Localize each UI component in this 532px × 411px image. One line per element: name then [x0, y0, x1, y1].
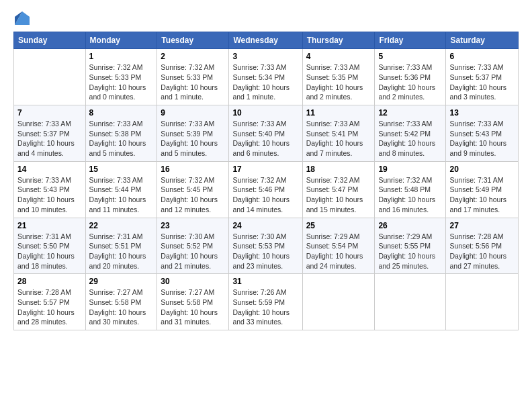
day-info: Sunrise: 7:33 AM Sunset: 5:40 PM Dayligh… [232, 119, 298, 158]
day-number: 12 [378, 108, 442, 118]
header-col-saturday: Saturday [446, 32, 519, 49]
day-info: Sunrise: 7:33 AM Sunset: 5:38 PM Dayligh… [89, 119, 154, 158]
day-info: Sunrise: 7:26 AM Sunset: 5:59 PM Dayligh… [232, 287, 298, 327]
day-number: 10 [232, 108, 298, 118]
day-info: Sunrise: 7:33 AM Sunset: 5:39 PM Dayligh… [161, 119, 225, 158]
day-info: Sunrise: 7:33 AM Sunset: 5:43 PM Dayligh… [449, 119, 515, 158]
day-info: Sunrise: 7:33 AM Sunset: 5:37 PM Dayligh… [17, 119, 82, 158]
calendar-body: 1Sunrise: 7:32 AM Sunset: 5:33 PM Daylig… [14, 49, 519, 330]
day-number: 16 [161, 165, 225, 174]
day-info: Sunrise: 7:32 AM Sunset: 5:47 PM Dayligh… [306, 175, 371, 215]
day-info: Sunrise: 7:28 AM Sunset: 5:56 PM Dayligh… [449, 232, 515, 271]
day-info: Sunrise: 7:32 AM Sunset: 5:45 PM Dayligh… [161, 175, 225, 215]
calendar-cell: 20Sunrise: 7:31 AM Sunset: 5:49 PM Dayli… [446, 161, 519, 218]
calendar-cell: 1Sunrise: 7:32 AM Sunset: 5:33 PM Daylig… [85, 49, 157, 105]
week-row-5: 28Sunrise: 7:28 AM Sunset: 5:57 PM Dayli… [14, 274, 519, 330]
day-number: 18 [306, 165, 371, 174]
calendar-cell: 2Sunrise: 7:32 AM Sunset: 5:33 PM Daylig… [157, 49, 229, 105]
header-col-sunday: Sunday [14, 32, 86, 49]
day-info: Sunrise: 7:27 AM Sunset: 5:58 PM Dayligh… [89, 287, 154, 327]
header-col-thursday: Thursday [302, 32, 375, 49]
calendar-cell: 6Sunrise: 7:33 AM Sunset: 5:37 PM Daylig… [446, 49, 519, 105]
calendar-cell: 27Sunrise: 7:28 AM Sunset: 5:56 PM Dayli… [446, 218, 519, 274]
day-number: 19 [378, 165, 442, 174]
calendar-cell: 18Sunrise: 7:32 AM Sunset: 5:47 PM Dayli… [302, 161, 375, 218]
day-info: Sunrise: 7:31 AM Sunset: 5:49 PM Dayligh… [449, 175, 515, 215]
calendar-cell: 31Sunrise: 7:26 AM Sunset: 5:59 PM Dayli… [229, 274, 302, 330]
calendar-cell: 23Sunrise: 7:30 AM Sunset: 5:52 PM Dayli… [157, 218, 229, 274]
calendar-cell: 9Sunrise: 7:33 AM Sunset: 5:39 PM Daylig… [157, 105, 229, 162]
day-number: 28 [17, 277, 82, 286]
day-info: Sunrise: 7:32 AM Sunset: 5:48 PM Dayligh… [378, 175, 442, 215]
day-info: Sunrise: 7:33 AM Sunset: 5:35 PM Dayligh… [306, 62, 371, 102]
day-number: 31 [232, 277, 298, 286]
page-container: SundayMondayTuesdayWednesdayThursdayFrid… [0, 0, 532, 337]
calendar-cell: 13Sunrise: 7:33 AM Sunset: 5:43 PM Dayli… [446, 105, 519, 162]
day-number: 11 [306, 108, 371, 118]
day-number: 9 [161, 108, 225, 118]
day-number: 17 [232, 165, 298, 174]
calendar-cell: 4Sunrise: 7:33 AM Sunset: 5:35 PM Daylig… [302, 49, 375, 105]
header-col-wednesday: Wednesday [229, 32, 302, 49]
calendar-cell: 16Sunrise: 7:32 AM Sunset: 5:45 PM Dayli… [157, 161, 229, 218]
calendar-header: SundayMondayTuesdayWednesdayThursdayFrid… [14, 32, 519, 49]
header-row: SundayMondayTuesdayWednesdayThursdayFrid… [14, 32, 519, 49]
day-number: 7 [17, 108, 82, 118]
day-info: Sunrise: 7:32 AM Sunset: 5:33 PM Dayligh… [89, 62, 154, 102]
day-info: Sunrise: 7:33 AM Sunset: 5:43 PM Dayligh… [17, 175, 82, 215]
calendar-cell: 14Sunrise: 7:33 AM Sunset: 5:43 PM Dayli… [14, 161, 86, 218]
calendar-cell: 10Sunrise: 7:33 AM Sunset: 5:40 PM Dayli… [229, 105, 302, 162]
day-number: 27 [449, 221, 515, 230]
day-info: Sunrise: 7:33 AM Sunset: 5:41 PM Dayligh… [306, 119, 371, 158]
calendar-cell [14, 49, 86, 105]
day-info: Sunrise: 7:27 AM Sunset: 5:58 PM Dayligh… [161, 287, 225, 327]
day-number: 8 [89, 108, 154, 118]
calendar-table: SundayMondayTuesdayWednesdayThursdayFrid… [13, 32, 519, 330]
calendar-cell [375, 274, 446, 330]
day-number: 22 [89, 221, 154, 230]
calendar-cell: 30Sunrise: 7:27 AM Sunset: 5:58 PM Dayli… [157, 274, 229, 330]
calendar-cell [302, 274, 375, 330]
week-row-1: 1Sunrise: 7:32 AM Sunset: 5:33 PM Daylig… [14, 49, 519, 105]
week-row-3: 14Sunrise: 7:33 AM Sunset: 5:43 PM Dayli… [14, 161, 519, 218]
calendar-cell: 21Sunrise: 7:31 AM Sunset: 5:50 PM Dayli… [14, 218, 86, 274]
day-number: 3 [232, 52, 298, 61]
logo-text [13, 11, 30, 25]
logo-icon [15, 11, 30, 25]
day-info: Sunrise: 7:33 AM Sunset: 5:44 PM Dayligh… [89, 175, 154, 215]
day-number: 6 [449, 52, 515, 61]
day-info: Sunrise: 7:33 AM Sunset: 5:36 PM Dayligh… [378, 62, 442, 102]
calendar-cell: 17Sunrise: 7:32 AM Sunset: 5:46 PM Dayli… [229, 161, 302, 218]
calendar-cell: 28Sunrise: 7:28 AM Sunset: 5:57 PM Dayli… [14, 274, 86, 330]
day-info: Sunrise: 7:30 AM Sunset: 5:52 PM Dayligh… [161, 232, 225, 271]
header-col-monday: Monday [85, 32, 157, 49]
day-info: Sunrise: 7:33 AM Sunset: 5:34 PM Dayligh… [232, 62, 298, 102]
calendar-cell: 19Sunrise: 7:32 AM Sunset: 5:48 PM Dayli… [375, 161, 446, 218]
day-number: 23 [161, 221, 225, 230]
day-info: Sunrise: 7:33 AM Sunset: 5:37 PM Dayligh… [449, 62, 515, 102]
day-number: 1 [89, 52, 154, 61]
day-number: 29 [89, 277, 154, 286]
calendar-cell: 22Sunrise: 7:31 AM Sunset: 5:51 PM Dayli… [85, 218, 157, 274]
day-number: 25 [306, 221, 371, 230]
calendar-cell: 3Sunrise: 7:33 AM Sunset: 5:34 PM Daylig… [229, 49, 302, 105]
calendar-cell: 12Sunrise: 7:33 AM Sunset: 5:42 PM Dayli… [375, 105, 446, 162]
day-number: 15 [89, 165, 154, 174]
calendar-cell: 15Sunrise: 7:33 AM Sunset: 5:44 PM Dayli… [85, 161, 157, 218]
logo [13, 11, 30, 25]
calendar-cell: 8Sunrise: 7:33 AM Sunset: 5:38 PM Daylig… [85, 105, 157, 162]
week-row-4: 21Sunrise: 7:31 AM Sunset: 5:50 PM Dayli… [14, 218, 519, 274]
day-info: Sunrise: 7:32 AM Sunset: 5:33 PM Dayligh… [161, 62, 225, 102]
day-info: Sunrise: 7:29 AM Sunset: 5:54 PM Dayligh… [306, 232, 371, 271]
header [13, 11, 519, 25]
day-number: 13 [449, 108, 515, 118]
day-number: 24 [232, 221, 298, 230]
header-col-tuesday: Tuesday [157, 32, 229, 49]
day-number: 5 [378, 52, 442, 61]
calendar-cell: 11Sunrise: 7:33 AM Sunset: 5:41 PM Dayli… [302, 105, 375, 162]
day-info: Sunrise: 7:33 AM Sunset: 5:42 PM Dayligh… [378, 119, 442, 158]
day-number: 2 [161, 52, 225, 61]
day-number: 20 [449, 165, 515, 174]
day-number: 21 [17, 221, 82, 230]
week-row-2: 7Sunrise: 7:33 AM Sunset: 5:37 PM Daylig… [14, 105, 519, 162]
